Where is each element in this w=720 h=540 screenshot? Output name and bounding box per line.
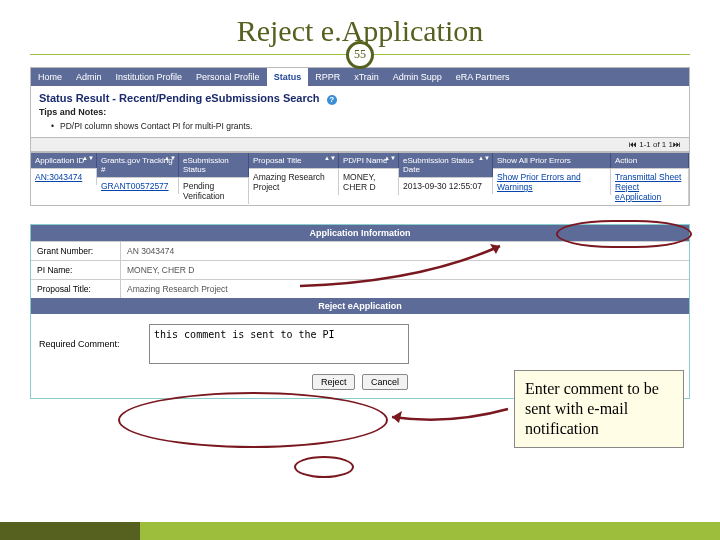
status-result-heading: Status Result - Recent/Pending eSubmissi…	[31, 86, 689, 107]
cell-tracking[interactable]: GRANT00572577	[97, 177, 179, 194]
col-proposal[interactable]: Proposal Title▲▼	[249, 153, 339, 168]
col-action: Action	[611, 153, 689, 168]
pager[interactable]: ⏮ 1-1 of 1 1⏭	[31, 137, 689, 152]
col-date[interactable]: eSubmission Status Date▲▼	[399, 153, 493, 177]
row-pi: PI Name: MONEY, CHER D	[31, 260, 689, 279]
col-tracking[interactable]: Grants.gov Tracking #▲▼	[97, 153, 179, 177]
reject-header: Reject eApplication	[31, 298, 689, 314]
nav-institution[interactable]: Institution Profile	[109, 68, 190, 86]
cell-prior[interactable]: Show Prior Errors and Warnings	[493, 168, 611, 195]
nav-xtrain[interactable]: xTrain	[347, 68, 386, 86]
reject-button[interactable]: Reject	[312, 374, 356, 390]
comment-label: Required Comment:	[39, 339, 139, 349]
nav-home[interactable]: Home	[31, 68, 69, 86]
cell-pdpi: MONEY, CHER D	[339, 168, 399, 195]
col-esub-status[interactable]: eSubmission Status	[179, 153, 249, 177]
nav-rppr[interactable]: RPPR	[308, 68, 347, 86]
cell-esub-status: Pending Verification	[179, 177, 249, 204]
row-grant: Grant Number: AN 3043474	[31, 241, 689, 260]
callout-comment: Enter comment to be sent with e-mail not…	[514, 370, 684, 448]
proposal-value: Amazing Research Project	[121, 280, 234, 298]
help-icon[interactable]: ?	[327, 95, 337, 105]
cell-app-id[interactable]: AN:3043474	[31, 168, 97, 185]
cell-proposal: Amazing Research Project	[249, 168, 339, 195]
app-info-header: Application Information	[31, 225, 689, 241]
proposal-label: Proposal Title:	[31, 280, 121, 298]
nav-adminsupp[interactable]: Admin Supp	[386, 68, 449, 86]
row-proposal: Proposal Title: Amazing Research Project	[31, 279, 689, 298]
cancel-button[interactable]: Cancel	[362, 374, 408, 390]
nav-status[interactable]: Status	[267, 68, 309, 86]
pi-value: MONEY, CHER D	[121, 261, 200, 279]
grant-label: Grant Number:	[31, 242, 121, 260]
tips-label: Tips and Notes:	[31, 107, 689, 119]
results-grid: Application ID▲▼ AN:3043474 Grants.gov T…	[31, 152, 689, 205]
col-app-id[interactable]: Application ID▲▼	[31, 153, 97, 168]
era-nav: Home Admin Institution Profile Personal …	[31, 68, 689, 86]
nav-admin[interactable]: Admin	[69, 68, 109, 86]
tips-bullet: PD/PI column shows Contact PI for multi-…	[31, 119, 689, 137]
col-pdpi[interactable]: PD/PI Name▲▼	[339, 153, 399, 168]
col-prior[interactable]: Show All Prior Errors	[493, 153, 611, 168]
accent-bar-olive	[0, 522, 140, 540]
nav-personal[interactable]: Personal Profile	[189, 68, 267, 86]
comment-textarea[interactable]: this comment is sent to the PI	[149, 324, 409, 364]
status-result-panel: Home Admin Institution Profile Personal …	[30, 67, 690, 206]
nav-partners[interactable]: eRA Partners	[449, 68, 517, 86]
pi-label: PI Name:	[31, 261, 121, 279]
cell-actions[interactable]: Transmittal Sheet Reject eApplication	[611, 168, 689, 205]
grant-value: AN 3043474	[121, 242, 180, 260]
title-rule: 55	[30, 54, 690, 55]
cell-date: 2013-09-30 12:55:07	[399, 177, 493, 194]
slide-number-badge: 55	[346, 41, 374, 69]
